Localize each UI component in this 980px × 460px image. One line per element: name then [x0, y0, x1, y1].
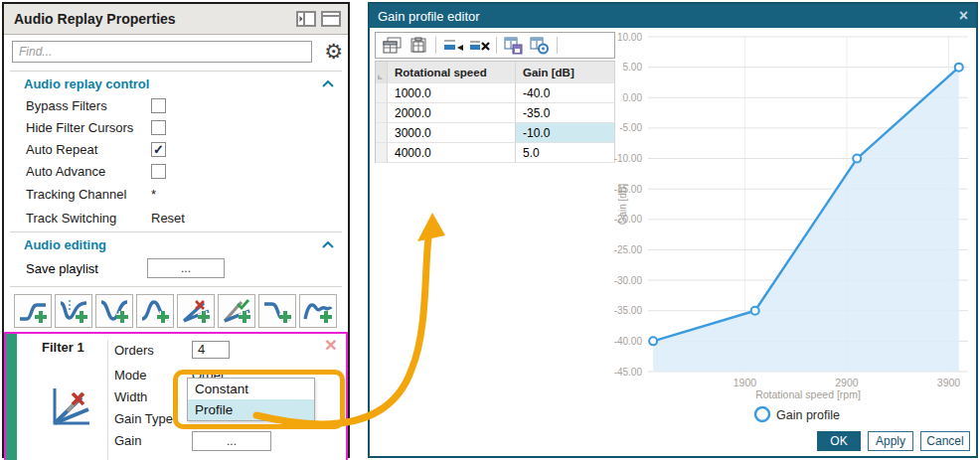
float-window-icon[interactable]: [320, 10, 342, 29]
field-label: Width: [114, 389, 192, 404]
tracking-channel-value[interactable]: *: [151, 187, 156, 202]
profile-table-toolbar: [375, 32, 615, 59]
dialog-titlebar[interactable]: Gain profile editor ×: [370, 4, 976, 28]
svg-text:3900: 3900: [937, 377, 961, 388]
delete-row-icon[interactable]: [466, 35, 492, 56]
divider: [10, 286, 342, 287]
svg-text:2900: 2900: [835, 377, 859, 388]
divider: [107, 340, 108, 460]
svg-text:Gain [dB]: Gain [dB]: [617, 183, 628, 225]
add-filter-button-2[interactable]: [55, 294, 92, 328]
gain-profile-chart[interactable]: 19002900390010.005.000.00-5.00-10.00-15.…: [614, 26, 976, 419]
order-remove-icon: [181, 298, 211, 325]
fall-curve-icon: [262, 298, 292, 325]
add-filter-button-5[interactable]: [177, 294, 215, 328]
speed-cell[interactable]: 1000.0: [388, 83, 516, 103]
save-playlist-button[interactable]: ...: [147, 258, 225, 278]
row-offset: Offset 0 Hz: [114, 454, 340, 460]
cancel-button[interactable]: Cancel: [920, 431, 970, 451]
gain-type-dropdown-list: Constant Profile: [187, 378, 315, 421]
gain-profile-table: Rotational speed [rpm] Gain [dB] 1000.0 …: [375, 61, 615, 163]
svg-text:Rotational speed [rpm]: Rotational speed [rpm]: [755, 388, 861, 400]
paste-table-icon[interactable]: [406, 35, 431, 56]
wave-curve-icon: [303, 298, 333, 325]
column-header-speed[interactable]: Rotational speed [rpm]: [388, 62, 516, 83]
copy-table-icon[interactable]: [380, 35, 406, 56]
speed-cell[interactable]: 3000.0: [388, 123, 516, 143]
gain-cell[interactable]: -40.0: [516, 83, 615, 103]
divider: [10, 231, 342, 232]
section-audio-editing[interactable]: Audio editing: [4, 234, 348, 255]
bypass-filters-checkbox[interactable]: [151, 98, 166, 113]
section-audio-replay-control[interactable]: Audio replay control: [4, 74, 348, 94]
table-header-row: Rotational speed [rpm] Gain [dB]: [376, 62, 615, 83]
svg-text:Gain profile: Gain profile: [776, 408, 840, 422]
svg-text:5.00: 5.00: [623, 62, 643, 73]
toolbar-separator: [435, 37, 436, 54]
add-filter-button-7[interactable]: [258, 294, 296, 328]
row-label: Auto Repeat: [26, 142, 151, 157]
svg-text:10.00: 10.00: [617, 32, 642, 43]
chevron-up-icon[interactable]: [322, 241, 334, 248]
toolbar-separator: [557, 37, 558, 54]
row-selector[interactable]: [376, 143, 388, 163]
close-icon[interactable]: ×: [959, 7, 968, 25]
search-input[interactable]: [12, 41, 312, 63]
table-row: 3000.0 -10.0: [376, 123, 615, 143]
ok-button[interactable]: OK: [817, 431, 861, 451]
order-accept-icon: [222, 298, 251, 325]
hide-filter-cursors-checkbox[interactable]: [151, 120, 166, 135]
auto-repeat-checkbox[interactable]: ✓: [151, 142, 166, 157]
row-auto-repeat: Auto Repeat ✓: [4, 138, 348, 160]
chevron-up-icon[interactable]: [322, 80, 334, 87]
svg-text:-30.00: -30.00: [614, 275, 643, 286]
gain-cell[interactable]: 5.0: [516, 143, 615, 163]
add-filter-button-4[interactable]: [136, 294, 174, 328]
add-filter-button-8[interactable]: [299, 294, 337, 328]
table-row: 4000.0 5.0: [376, 143, 615, 163]
add-filter-button-3[interactable]: [95, 294, 133, 328]
apply-button[interactable]: Apply: [868, 431, 913, 451]
reload-profile-icon[interactable]: [527, 35, 553, 56]
panel-title: Audio Replay Properties: [14, 11, 292, 27]
add-filter-button-1[interactable]: [14, 294, 52, 328]
row-label: Track Switching: [26, 211, 151, 226]
dialog-buttons: OK Apply Cancel: [817, 431, 970, 451]
panel-titlebar: Audio Replay Properties: [4, 4, 348, 35]
field-label: Orders: [114, 343, 192, 358]
svg-text:-5.00: -5.00: [619, 122, 642, 133]
row-selector[interactable]: [376, 83, 388, 103]
row-selector[interactable]: [376, 103, 388, 123]
save-profile-icon[interactable]: [501, 35, 527, 56]
gain-cell[interactable]: -35.0: [516, 103, 615, 123]
row-hide-filter-cursors: Hide Filter Cursors: [4, 116, 348, 138]
auto-advance-checkbox[interactable]: [151, 164, 166, 179]
row-label: Auto Advance: [26, 164, 151, 179]
bell-curve-icon: [140, 298, 170, 325]
speed-cell[interactable]: 4000.0: [388, 143, 516, 163]
svg-text:0.00: 0.00: [623, 92, 643, 103]
gain-profile-button[interactable]: ...: [192, 431, 271, 451]
gain-profile-editor-dialog: Gain profile editor × Rotational speed […: [368, 2, 978, 458]
insert-row-icon[interactable]: [440, 35, 466, 56]
row-bypass-filters: Bypass Filters: [4, 94, 348, 116]
svg-text:-10.00: -10.00: [614, 153, 643, 164]
dropdown-option-constant[interactable]: Constant: [188, 379, 314, 399]
row-selector[interactable]: [376, 123, 388, 143]
dropdown-option-profile[interactable]: Profile: [188, 399, 314, 420]
track-switching-value[interactable]: Reset: [151, 211, 185, 226]
order-stop-filter-icon: [48, 385, 93, 433]
svg-text:-35.00: -35.00: [614, 305, 643, 316]
dock-panel-icon[interactable]: [295, 10, 317, 29]
column-header-gain[interactable]: Gain [dB]: [516, 62, 615, 83]
speed-cell[interactable]: 2000.0: [388, 103, 516, 123]
filter-color-bar: [6, 334, 17, 460]
orders-input[interactable]: 4: [192, 341, 230, 359]
gear-icon[interactable]: ⚙: [324, 39, 343, 65]
dip-curve-icon: [99, 298, 129, 325]
dialog-title: Gain profile editor: [378, 9, 959, 24]
select-all-cell[interactable]: [376, 62, 388, 83]
add-filter-button-6[interactable]: [218, 294, 255, 328]
row-label: Tracking Channel: [26, 187, 151, 202]
gain-cell-selected[interactable]: -10.0: [516, 123, 615, 143]
